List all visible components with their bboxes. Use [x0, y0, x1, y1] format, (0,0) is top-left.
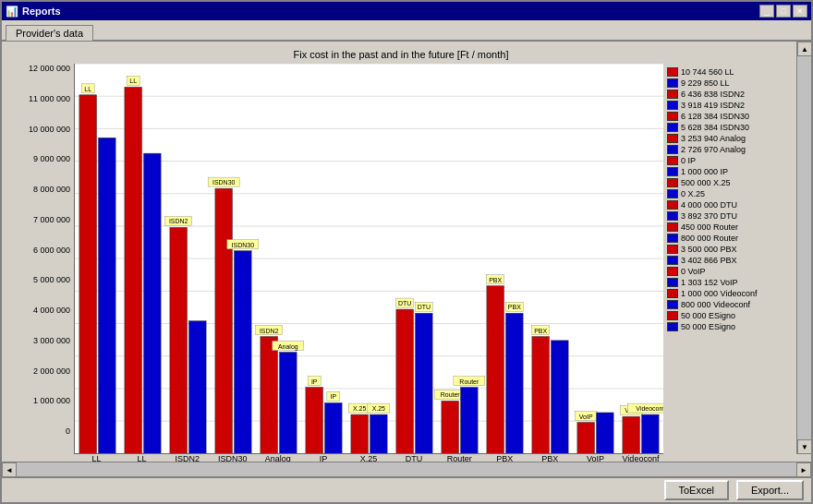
y-label-1: 1 000 000 — [33, 396, 70, 405]
chart-bar[interactable] — [144, 153, 162, 453]
window-controls: _ □ ✕ — [759, 5, 807, 18]
chart-bar[interactable] — [577, 423, 595, 454]
chart-bar[interactable] — [215, 188, 233, 453]
chart-bar[interactable] — [442, 401, 459, 453]
close-button[interactable]: ✕ — [793, 5, 807, 18]
scroll-up-button[interactable]: ▲ — [797, 42, 811, 56]
scroll-down-button[interactable]: ▼ — [797, 439, 811, 454]
maximize-button[interactable]: □ — [776, 5, 791, 18]
chart-bar[interactable] — [487, 286, 504, 454]
chart-plot: LLLLISDN2ISDN30ISDN30ISDN2AnalogIPIPX.25… — [74, 64, 663, 454]
to-excel-button[interactable]: ToExcel — [664, 480, 730, 500]
legend-label: 5 628 384 ISDN30 — [681, 123, 749, 132]
legend-label: 3 500 000 PBX — [681, 245, 737, 254]
bar-label: Router — [441, 391, 461, 398]
horizontal-scrollbar[interactable]: ◄ ► — [2, 462, 811, 476]
chart-bar[interactable] — [170, 227, 188, 453]
scroll-right-button[interactable]: ► — [796, 462, 811, 476]
legend-item: 0 VoIP — [667, 267, 789, 276]
chart-bar[interactable] — [370, 414, 387, 453]
x-axis-label: Analog — [255, 454, 300, 462]
y-label-0: 0 — [66, 426, 70, 436]
x-axis-label: IP — [300, 454, 346, 462]
scroll-left-button[interactable]: ◄ — [2, 462, 17, 476]
legend-color-swatch — [667, 101, 678, 110]
chart-bar[interactable] — [99, 138, 116, 453]
y-label-9: 9 000 000 — [33, 154, 70, 163]
legend-color-swatch — [667, 222, 678, 232]
bar-label: ISDN30 — [232, 242, 255, 248]
main-window: 📊 Reports _ □ ✕ Provider's data ▲ ▼ Fix … — [0, 0, 813, 504]
y-label-3: 3 000 000 — [33, 336, 70, 345]
chart-body: 12 000 000 11 000 000 10 000 000 9 000 0… — [9, 64, 793, 462]
legend-label: 0 VoIP — [681, 267, 706, 276]
legend-item: 1 000 000 Videoconf — [667, 289, 789, 298]
tab-providers-data[interactable]: Provider's data — [6, 25, 93, 41]
legend-item: 3 918 419 ISDN2 — [667, 101, 789, 110]
bottom-action-bar: ToExcel Export... — [2, 476, 811, 502]
legend-label: 450 000 Router — [681, 222, 738, 232]
bar-label: X.25 — [372, 405, 385, 412]
chart-bar[interactable] — [351, 414, 369, 453]
bar-label: DTU — [398, 300, 411, 306]
legend-item: 6 436 838 ISDN2 — [667, 90, 789, 99]
y-label-4: 4 000 000 — [33, 306, 70, 315]
chart-bar[interactable] — [235, 251, 252, 454]
y-label-12: 12 000 000 — [29, 64, 70, 73]
chart-bar[interactable] — [505, 313, 523, 453]
chart-bar[interactable] — [280, 353, 297, 454]
chart-bar[interactable] — [623, 416, 640, 453]
chart-bar[interactable] — [324, 402, 342, 453]
x-axis-label: LL — [74, 454, 119, 462]
legend-color-swatch — [667, 145, 678, 154]
legend-item: 450 000 Router — [667, 222, 789, 232]
legend-label: 4 000 000 DTU — [681, 200, 737, 210]
scroll-track[interactable] — [797, 56, 811, 439]
chart-bar[interactable] — [551, 341, 568, 453]
chart-bar[interactable] — [460, 388, 478, 454]
legend-item: 500 000 X.25 — [667, 178, 789, 187]
legend-item: 4 000 000 DTU — [667, 200, 789, 210]
legend-item: 3 500 000 PBX — [667, 245, 789, 254]
legend-label: 3 892 370 DTU — [681, 211, 737, 221]
x-axis-label: X.25 — [346, 454, 391, 462]
chart-bar[interactable] — [532, 337, 550, 454]
bar-label: PBX — [489, 277, 502, 283]
chart-bar[interactable] — [125, 87, 142, 453]
x-axis-label: LL — [119, 454, 164, 462]
legend-item: 3 892 370 DTU — [667, 211, 789, 221]
legend-label: 1 000 000 IP — [681, 167, 728, 176]
legend-color-swatch — [667, 311, 678, 320]
legend-color-swatch — [667, 134, 678, 143]
chart-bar[interactable] — [641, 414, 659, 453]
legend-item: 800 000 Videoconf — [667, 300, 789, 309]
x-axis-label: ISDN2 — [164, 454, 210, 462]
chart-bar[interactable] — [415, 313, 432, 453]
export-button[interactable]: Export... — [736, 480, 804, 500]
vertical-scrollbar[interactable]: ▲ ▼ — [796, 42, 811, 454]
y-label-7: 7 000 000 — [33, 215, 70, 224]
chart-bar[interactable] — [596, 413, 613, 453]
x-axis-label: Videoconf — [618, 454, 663, 462]
bar-label: PBX — [534, 328, 547, 334]
legend-label: 500 000 X.25 — [681, 178, 731, 187]
scroll-track-h[interactable] — [17, 462, 796, 476]
minimize-button[interactable]: _ — [759, 5, 774, 18]
chart-bar[interactable] — [189, 321, 207, 454]
legend-label: 6 436 838 ISDN2 — [681, 90, 745, 99]
legend-item: 3 402 866 PBX — [667, 256, 789, 265]
legend-label: 10 744 560 LL — [681, 67, 734, 77]
chart-bar[interactable] — [306, 388, 323, 454]
bar-label: LL — [129, 78, 137, 84]
legend-item: 800 000 Router — [667, 234, 789, 243]
legend-label: 800 000 Videoconf — [681, 300, 750, 309]
chart-bar[interactable] — [79, 95, 97, 454]
chart-bar[interactable] — [261, 337, 278, 454]
chart-bar[interactable] — [396, 309, 414, 453]
legend-color-swatch — [667, 256, 678, 265]
legend-label: 6 128 384 ISDN30 — [681, 112, 749, 121]
y-label-8: 8 000 000 — [33, 185, 70, 194]
legend-item: 10 744 560 LL — [667, 67, 789, 77]
legend-label: 9 229 850 LL — [681, 78, 730, 88]
legend-color-swatch — [667, 267, 678, 276]
